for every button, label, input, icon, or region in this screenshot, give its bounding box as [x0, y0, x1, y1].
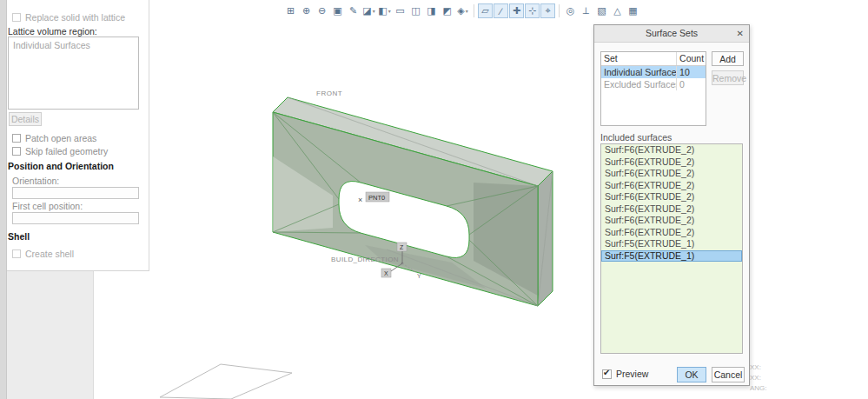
surface-label: Surf:F6(EXTRUDE_2): [605, 215, 694, 225]
refit-icon[interactable]: ▣: [330, 3, 345, 18]
preview-label: Preview: [616, 369, 648, 379]
surface-label: Surf:F6(EXTRUDE_2): [605, 180, 694, 190]
surface-list-item[interactable]: Surf:F6(EXTRUDE_2): [601, 191, 742, 203]
surface-list-item[interactable]: Surf:F5(EXTRUDE_1): [601, 250, 742, 263]
perspective-icon[interactable]: ▧: [594, 3, 609, 18]
add-button[interactable]: Add: [712, 51, 744, 66]
region-list-item[interactable]: Individual Surfaces: [9, 37, 138, 53]
icon-glyph: ◨: [427, 5, 435, 17]
datum-plane-toggle-icon[interactable]: ▱: [478, 3, 493, 18]
column-header-count: Count: [677, 52, 706, 65]
z-axis-label[interactable]: Z: [400, 244, 404, 250]
patch-open-areas-checkbox[interactable]: [12, 134, 21, 143]
lattice-region-label: Lattice volume region:: [8, 26, 97, 37]
cancel-button[interactable]: Cancel: [712, 367, 745, 382]
shell-header: Shell: [8, 231, 30, 242]
first-cell-position-input[interactable]: [12, 212, 139, 224]
surface-sets-dialog: Surface Sets ✕ Set Count Individual Surf…: [593, 24, 750, 386]
spin-center-icon[interactable]: ◎: [563, 3, 578, 18]
front-datum-label: FRONT: [316, 90, 342, 97]
icon-glyph: ⊞: [287, 5, 295, 17]
datum-display-filter-icon[interactable]: ◈: [455, 3, 470, 18]
details-button[interactable]: Details: [9, 112, 42, 126]
status-text: XX:: [750, 374, 761, 382]
graphics-toolbar: ⊞ ⊕ ⊖ ▣ ✎ ◪ ◧ ▭ ◫ ◨: [283, 3, 640, 18]
skip-failed-geometry-checkbox[interactable]: [12, 147, 21, 156]
zoom-out-icon[interactable]: ⊖: [315, 3, 329, 18]
icon-glyph: ▭: [395, 5, 404, 17]
surface-list-item[interactable]: Surf:F6(EXTRUDE_2): [601, 168, 742, 180]
dialog-titlebar[interactable]: Surface Sets ✕: [594, 25, 749, 43]
icon-glyph: ◩: [442, 5, 451, 17]
included-surfaces-label: Included surfaces: [600, 132, 672, 143]
dock-edge-strip: [0, 0, 7, 399]
icon-glyph: ◈: [457, 5, 464, 17]
surface-set-row[interactable]: Excluded Surfaces 0: [601, 78, 706, 90]
repaint-icon[interactable]: ✎: [346, 3, 361, 18]
saved-views-icon[interactable]: ▦: [626, 3, 640, 18]
pnt0-label[interactable]: PNT0: [368, 194, 385, 202]
included-surfaces-list: Surf:F6(EXTRUDE_2) Surf:F6(EXTRUDE_2) Su…: [600, 143, 743, 354]
zoom-region-icon[interactable]: ⊞: [283, 3, 298, 18]
surface-list-item[interactable]: Surf:F6(EXTRUDE_2): [601, 203, 742, 216]
preview-row: Preview: [602, 369, 648, 379]
display-style-icon[interactable]: ◧: [377, 3, 392, 18]
surface-label: Surf:F5(EXTRUDE_1): [605, 250, 694, 261]
replace-lattice-checkbox[interactable]: [12, 13, 21, 22]
surface-label: Surf:F6(EXTRUDE_2): [605, 227, 694, 237]
y-axis-label[interactable]: Y: [417, 273, 421, 279]
view-normal-icon[interactable]: ⟂: [579, 3, 593, 18]
remove-button[interactable]: Remove: [712, 70, 744, 85]
build-direction-label: BUILD_DIRECTION: [331, 256, 399, 263]
status-line: ANG:: [750, 383, 767, 394]
warning-icon[interactable]: △: [610, 3, 625, 18]
surface-list-item[interactable]: Surf:F6(EXTRUDE_2): [601, 227, 742, 239]
icon-glyph: ◧: [378, 5, 387, 17]
icon-glyph: ⊹: [528, 5, 536, 17]
patch-open-areas-label: Patch open areas: [25, 133, 96, 143]
table-header-row: Set Count: [601, 52, 706, 66]
status-line: XX:: [750, 362, 767, 373]
set-name: Excluded Surfaces: [601, 78, 677, 90]
x-axis-label[interactable]: X: [384, 270, 388, 276]
column-header-set: Set: [601, 52, 677, 65]
toolbar-separator: [474, 4, 474, 17]
surface-label: Surf:F5(EXTRUDE_1): [605, 238, 694, 249]
orientation-label: Orientation:: [12, 176, 59, 186]
surface-list-item[interactable]: Surf:F6(EXTRUDE_2): [601, 180, 742, 192]
icon-glyph: ▦: [628, 5, 637, 17]
lattice-region-listbox[interactable]: Individual Surfaces: [8, 37, 139, 110]
zoom-in-icon[interactable]: ⊕: [299, 3, 314, 18]
surface-list-item[interactable]: Surf:F6(EXTRUDE_2): [601, 144, 742, 156]
orientation-input[interactable]: [12, 187, 139, 199]
wireframe-icon[interactable]: ▭: [393, 3, 407, 18]
surface-label: Surf:F6(EXTRUDE_2): [605, 168, 694, 178]
surface-set-table: Set Count Individual Surfaces 10 Exclude…: [600, 51, 706, 126]
status-readout: XX: XX: ANG:: [750, 362, 767, 394]
annotation-toggle-icon[interactable]: ⌖: [540, 3, 555, 18]
csys-toggle-icon[interactable]: ⊹: [525, 3, 540, 18]
section-view-icon[interactable]: ◨: [424, 3, 439, 18]
surface-list-item[interactable]: Surf:F6(EXTRUDE_2): [601, 156, 742, 169]
shaded-view-icon[interactable]: ◪: [361, 3, 376, 18]
icon-glyph: ▧: [597, 5, 606, 17]
set-name: Individual Surfaces: [601, 66, 677, 78]
datum-axis-toggle-icon[interactable]: ∕: [494, 3, 508, 18]
close-icon[interactable]: ✕: [737, 25, 744, 42]
status-text: XX:: [750, 363, 761, 371]
surface-label: Surf:F6(EXTRUDE_2): [605, 191, 694, 202]
appearance-icon[interactable]: ◩: [440, 3, 454, 18]
surface-list-item[interactable]: Surf:F6(EXTRUDE_2): [601, 215, 742, 227]
surface-set-row[interactable]: Individual Surfaces 10: [601, 66, 706, 78]
datum-point-toggle-icon[interactable]: ✚: [509, 3, 524, 18]
ok-button[interactable]: OK: [677, 367, 706, 382]
surface-list-item[interactable]: Surf:F5(EXTRUDE_1): [601, 238, 742, 250]
icon-glyph: ⌖: [545, 5, 550, 17]
create-shell-checkbox[interactable]: [12, 249, 21, 258]
skip-failed-geometry-label: Skip failed geometry: [25, 146, 108, 156]
create-shell-label: Create shell: [25, 249, 74, 259]
dock-lower-area: [0, 271, 94, 399]
icon-glyph: ⟂: [583, 5, 589, 17]
preview-checkbox[interactable]: [602, 369, 612, 379]
hidden-line-icon[interactable]: ◫: [408, 3, 423, 18]
